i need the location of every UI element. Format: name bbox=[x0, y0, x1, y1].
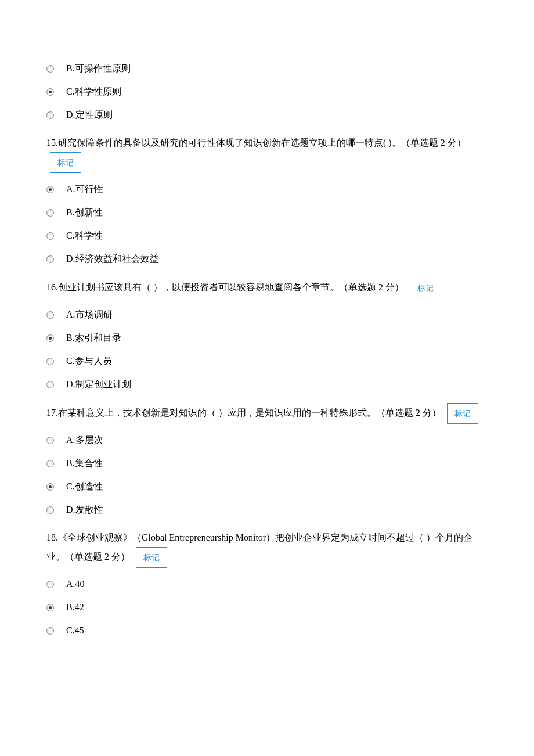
option-row: C.参与人员 bbox=[46, 354, 488, 368]
question-18: 18.《全球创业观察》（Global Entrepreneurship Moni… bbox=[46, 528, 488, 568]
option-label: A.可行性 bbox=[66, 182, 103, 196]
radio-wrap bbox=[46, 334, 64, 342]
option-row: A.40 bbox=[46, 577, 488, 591]
option-label: C.科学性 bbox=[66, 229, 103, 243]
option-label: D.发散性 bbox=[66, 503, 103, 517]
radio-button[interactable] bbox=[46, 358, 54, 365]
radio-button[interactable] bbox=[46, 111, 54, 119]
option-row: B.索引和目录 bbox=[46, 331, 488, 345]
option-label: C.45 bbox=[66, 624, 84, 638]
radio-wrap bbox=[46, 358, 64, 365]
option-row: A.多层次 bbox=[46, 433, 488, 447]
option-row: B.可操作性原则 bbox=[46, 62, 488, 75]
radio-wrap bbox=[46, 311, 64, 319]
mark-button[interactable]: 标记 bbox=[410, 278, 441, 298]
option-label: B.索引和目录 bbox=[66, 331, 121, 345]
option-row: D.制定创业计划 bbox=[46, 377, 488, 391]
radio-button[interactable] bbox=[46, 65, 54, 73]
radio-button[interactable] bbox=[46, 581, 54, 588]
radio-wrap bbox=[46, 88, 64, 96]
radio-wrap bbox=[46, 506, 64, 514]
radio-button[interactable] bbox=[46, 255, 54, 263]
radio-button[interactable] bbox=[46, 437, 54, 444]
option-row: B.集合性 bbox=[46, 456, 488, 470]
radio-button[interactable] bbox=[46, 311, 54, 319]
option-row: C.科学性原则 bbox=[46, 85, 488, 99]
radio-wrap bbox=[46, 65, 64, 73]
radio-button[interactable] bbox=[46, 232, 54, 240]
radio-wrap bbox=[46, 232, 64, 240]
radio-button[interactable] bbox=[46, 506, 54, 514]
radio-wrap bbox=[46, 111, 64, 119]
question-text: 15.研究保障条件的具备以及研究的可行性体现了知识创新在选题立项上的哪一特点( … bbox=[46, 138, 466, 147]
option-label: B.集合性 bbox=[66, 456, 103, 470]
mark-button[interactable]: 标记 bbox=[136, 547, 167, 568]
option-label: B.42 bbox=[66, 600, 84, 614]
option-label: C.科学性原则 bbox=[66, 85, 121, 99]
radio-wrap bbox=[46, 460, 64, 467]
option-row: D.经济效益和社会效益 bbox=[46, 252, 488, 266]
option-row: C.科学性 bbox=[46, 229, 488, 243]
option-label: B.创新性 bbox=[66, 206, 103, 219]
option-label: C.参与人员 bbox=[66, 354, 112, 368]
radio-button[interactable] bbox=[46, 627, 54, 635]
radio-wrap bbox=[46, 255, 64, 263]
option-row: A.可行性 bbox=[46, 182, 488, 196]
radio-button[interactable] bbox=[46, 209, 54, 217]
radio-button[interactable] bbox=[46, 604, 54, 611]
mark-button[interactable]: 标记 bbox=[447, 403, 478, 424]
question-text: 17.在某种意义上，技术创新是对知识的（ ）应用，是知识应用的一种特殊形式。（单… bbox=[46, 408, 441, 417]
option-label: D.经济效益和社会效益 bbox=[66, 252, 159, 266]
question-15: 15.研究保障条件的具备以及研究的可行性体现了知识创新在选题立项上的哪一特点( … bbox=[46, 134, 488, 173]
radio-button[interactable] bbox=[46, 460, 54, 467]
option-row: B.创新性 bbox=[46, 206, 488, 219]
option-label: A.多层次 bbox=[66, 433, 103, 447]
radio-wrap bbox=[46, 581, 64, 588]
option-row: B.42 bbox=[46, 600, 488, 614]
question-16: 16.创业计划书应该具有（ ），以便投资者可以较容易地查阅各个章节。（单选题 2… bbox=[46, 278, 488, 298]
radio-button[interactable] bbox=[46, 334, 54, 342]
option-label: D.制定创业计划 bbox=[66, 377, 131, 391]
radio-wrap bbox=[46, 604, 64, 611]
option-row: C.45 bbox=[46, 624, 488, 638]
option-row: D.定性原则 bbox=[46, 108, 488, 122]
mark-button[interactable]: 标记 bbox=[50, 152, 81, 173]
question-text: 16.创业计划书应该具有（ ），以便投资者可以较容易地查阅各个章节。（单选题 2… bbox=[46, 282, 404, 292]
radio-button[interactable] bbox=[46, 381, 54, 388]
radio-button[interactable] bbox=[46, 483, 54, 491]
option-label: A.40 bbox=[66, 577, 85, 591]
radio-wrap bbox=[46, 627, 64, 635]
option-row: A.市场调研 bbox=[46, 308, 488, 322]
option-row: D.发散性 bbox=[46, 503, 488, 517]
option-label: B.可操作性原则 bbox=[66, 62, 131, 75]
option-label: A.市场调研 bbox=[66, 308, 113, 322]
radio-wrap bbox=[46, 483, 64, 491]
option-row: C.创造性 bbox=[46, 480, 488, 494]
radio-button[interactable] bbox=[46, 186, 54, 193]
radio-wrap bbox=[46, 209, 64, 217]
option-label: D.定性原则 bbox=[66, 108, 113, 122]
question-text: 18.《全球创业观察》（Global Entrepreneurship Moni… bbox=[46, 532, 472, 561]
radio-wrap bbox=[46, 437, 64, 444]
question-17: 17.在某种意义上，技术创新是对知识的（ ）应用，是知识应用的一种特殊形式。（单… bbox=[46, 403, 488, 424]
radio-wrap bbox=[46, 381, 64, 388]
option-label: C.创造性 bbox=[66, 480, 103, 494]
radio-wrap bbox=[46, 186, 64, 193]
radio-button[interactable] bbox=[46, 88, 54, 96]
